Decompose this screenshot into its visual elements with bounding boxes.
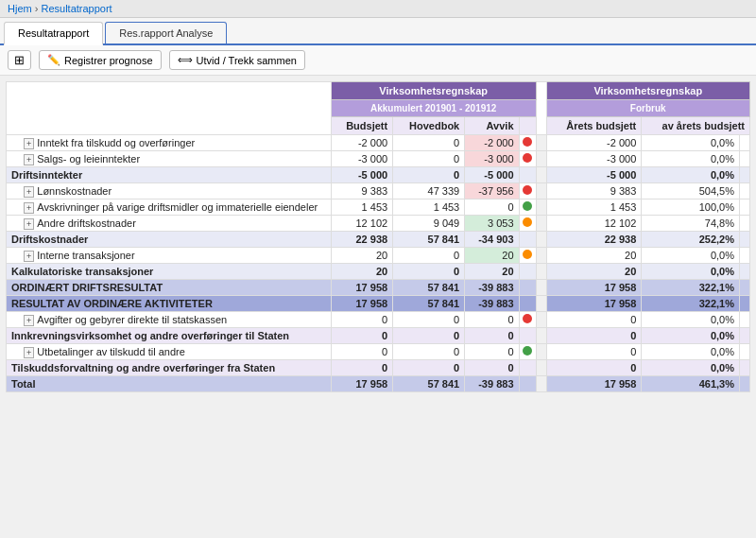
table-row: Kalkulatoriske transaksjoner20020200,0%	[7, 264, 750, 280]
row-arets-budsjett: 17 958	[546, 296, 642, 312]
expand-icon[interactable]: +	[24, 202, 34, 214]
table-row: ORDINÆRT DRIFTSRESULTAT17 95857 841-39 8…	[7, 280, 750, 296]
row-hovedbok: 0	[393, 135, 465, 151]
col-label-header	[7, 82, 332, 135]
row-forbruk: 0,0%	[642, 151, 740, 167]
row-indicator	[519, 183, 536, 200]
row-forbruk: 0,0%	[642, 328, 740, 344]
row-label: ORDINÆRT DRIFTSRESULTAT	[7, 280, 332, 296]
row-forbruk-extra	[740, 280, 750, 296]
row-hovedbok: 57 841	[393, 376, 465, 392]
row-avvik: -39 883	[465, 376, 519, 392]
expand-icon[interactable]: +	[24, 138, 34, 149]
row-budsjett: 9 383	[331, 183, 392, 200]
utvid-trekk-button[interactable]: ⟺ Utvid / Trekk sammen	[169, 50, 305, 70]
row-hovedbok: 0	[393, 312, 465, 328]
orange-indicator-icon	[523, 250, 532, 259]
main-content: Virksomhetsregnskap Virksomhetsregnskap …	[0, 76, 756, 398]
row-forbruk-extra	[740, 183, 750, 200]
expand-icon[interactable]: +	[24, 347, 34, 358]
row-spacer	[536, 376, 546, 392]
row-forbruk-extra	[740, 232, 750, 248]
row-hovedbok: 57 841	[393, 232, 465, 248]
row-forbruk: 322,1%	[642, 296, 740, 312]
row-arets-budsjett: 9 383	[546, 183, 642, 200]
row-spacer	[536, 344, 546, 360]
expand-icon[interactable]: +	[24, 186, 34, 198]
row-label-text: Lønnskostnader	[37, 185, 112, 197]
row-hovedbok: 0	[393, 151, 465, 167]
row-label: Innkrevningsvirksomhet og andre overføri…	[7, 328, 332, 344]
row-forbruk: 0,0%	[642, 264, 740, 280]
row-budsjett: 0	[331, 328, 392, 344]
row-forbruk-extra	[740, 344, 750, 360]
row-label-text: Driftskostnader	[11, 234, 88, 245]
row-indicator	[519, 248, 536, 264]
breadcrumb-home[interactable]: Hjem	[8, 3, 32, 14]
breadcrumb: Hjem › Resultatrapport	[0, 0, 756, 18]
row-label-text: Inntekt fra tilskudd og overføringer	[37, 137, 195, 148]
row-forbruk: 0,0%	[642, 167, 740, 183]
row-hovedbok: 0	[393, 344, 465, 360]
row-hovedbok: 1 453	[393, 200, 465, 216]
row-label-text: Driftsinntekter	[11, 169, 82, 181]
green-indicator-icon	[523, 201, 532, 211]
row-forbruk-extra	[740, 312, 750, 328]
row-avvik: -39 883	[465, 296, 519, 312]
row-avvik: 20	[465, 264, 519, 280]
row-label: +Avgifter og gebyrer direkte til statska…	[7, 312, 332, 328]
row-hovedbok: 0	[393, 167, 465, 183]
row-avvik: 0	[465, 328, 519, 344]
expand-icon[interactable]: +	[24, 154, 34, 165]
row-label-text: Total	[11, 378, 35, 390]
expand-icon[interactable]: +	[24, 218, 34, 230]
row-spacer	[536, 232, 546, 248]
row-forbruk: 252,2%	[642, 232, 740, 248]
row-label: Kalkulatoriske transaksjoner	[7, 264, 332, 280]
row-label: Driftskostnader	[7, 232, 332, 248]
col-arets-budsjett: Årets budsjett	[546, 117, 642, 135]
tab-resultatrapport[interactable]: Resultatrapport	[4, 22, 103, 45]
row-spacer	[536, 328, 546, 344]
breadcrumb-sep1: ›	[35, 3, 39, 14]
row-label-text: RESULTAT AV ORDINÆRE AKTIVITETER	[11, 298, 213, 309]
table-row: +Andre driftskostnader12 1029 0493 05312…	[7, 216, 750, 232]
row-avvik: -5 000	[465, 167, 519, 183]
row-hovedbok: 57 841	[393, 280, 465, 296]
expand-icon[interactable]: +	[24, 315, 34, 326]
row-forbruk: 0,0%	[642, 248, 740, 264]
row-forbruk-extra	[740, 151, 750, 167]
pencil-icon: ✏️	[47, 54, 60, 66]
row-indicator	[519, 376, 536, 392]
row-label: +Inntekt fra tilskudd og overføringer	[7, 135, 332, 151]
col-budsjett: Budsjett	[331, 117, 392, 135]
registrer-prognose-button[interactable]: ✏️ Registrer prognose	[39, 50, 162, 70]
row-avvik: 20	[465, 248, 519, 264]
row-spacer	[536, 167, 546, 183]
row-forbruk-extra	[740, 135, 750, 151]
row-label-text: Innkrevningsvirksomhet og andre overføri…	[11, 330, 289, 341]
tab-res-rapport-analyse[interactable]: Res.rapport Analyse	[105, 22, 227, 45]
row-forbruk-extra	[740, 296, 750, 312]
breadcrumb-current[interactable]: Resultatrapport	[41, 3, 112, 14]
row-hovedbok: 0	[393, 248, 465, 264]
row-label: +Interne transaksjoner	[7, 248, 332, 264]
row-arets-budsjett: -5 000	[546, 167, 642, 183]
row-budsjett: 17 958	[331, 376, 392, 392]
row-forbruk-extra	[740, 376, 750, 392]
row-arets-budsjett: 0	[546, 360, 642, 376]
table-row: Tilskuddsforvaltning og andre overføring…	[7, 360, 750, 376]
row-forbruk: 0,0%	[642, 344, 740, 360]
row-indicator	[519, 360, 536, 376]
row-arets-budsjett: 1 453	[546, 200, 642, 216]
row-label-text: Avgifter og gebyrer direkte til statskas…	[37, 314, 227, 325]
grid-icon-button[interactable]: ⊞	[8, 50, 31, 70]
expand-icon[interactable]: +	[24, 251, 34, 262]
row-budsjett: 1 453	[331, 200, 392, 216]
row-indicator	[519, 280, 536, 296]
row-budsjett: -5 000	[331, 167, 392, 183]
row-spacer	[536, 200, 546, 216]
results-table: Virksomhetsregnskap Virksomhetsregnskap …	[6, 81, 750, 392]
row-arets-budsjett: 0	[546, 328, 642, 344]
row-indicator	[519, 216, 536, 232]
